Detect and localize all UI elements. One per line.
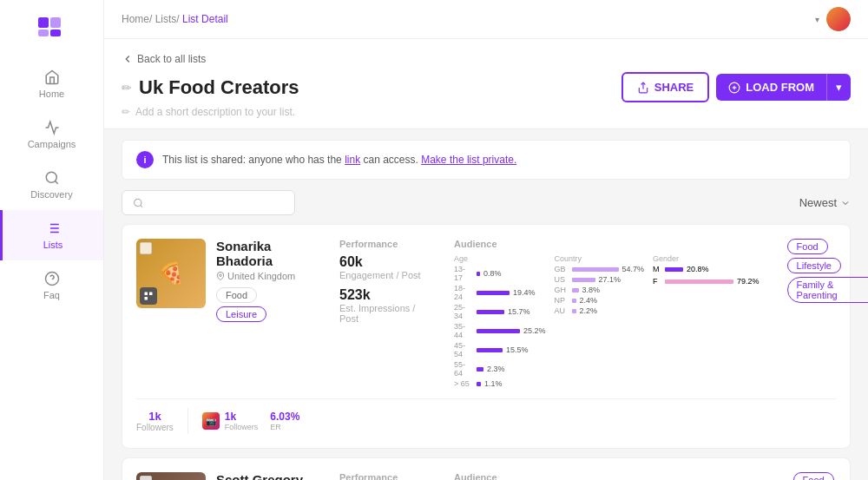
list-title: Uk Food Creators <box>139 76 299 99</box>
audience-age-row: 35-4425.2% <box>454 322 546 339</box>
sidebar-item-discovery-label: Discovery <box>30 189 72 200</box>
stats-row: 1k Followers 📷 1k Followers 6.03% ER <box>136 398 836 434</box>
sidebar-item-faq[interactable]: Faq <box>0 260 103 311</box>
audience-gender: Gender M 20.8% F 79.2% <box>653 254 760 390</box>
load-from-button[interactable]: LOAD FROM <box>716 74 826 101</box>
profile-chevron-icon[interactable]: ▾ <box>815 15 819 24</box>
creator-extra-tag: Leisure <box>216 306 266 322</box>
sidebar-item-lists-label: Lists <box>43 240 63 250</box>
sidebar-item-campaigns[interactable]: Campaigns <box>0 109 103 160</box>
sort-select[interactable]: Newest <box>799 196 851 209</box>
list-header: Back to all lists ✏ Uk Food Creators SHA… <box>104 39 868 129</box>
sidebar-item-home[interactable]: Home <box>0 59 103 109</box>
svg-line-19 <box>141 205 142 207</box>
creator-info: Scott Gregory Thomas United Kingdom Food <box>216 472 312 480</box>
creator-name: Sonarika Bhadoria <box>216 239 312 268</box>
creator-checkbox[interactable] <box>140 476 152 480</box>
content-area: Back to all lists ✏ Uk Food Creators SHA… <box>104 39 868 480</box>
back-link-label: Back to all lists <box>137 53 206 65</box>
instagram-icon: 📷 <box>202 412 220 430</box>
categories-section: Food Lifestyle Family & Parenting <box>787 239 868 303</box>
sidebar: Home Campaigns Discovery Lists Faq <box>0 0 104 480</box>
audience-age-row: 25-3415.7% <box>454 303 546 320</box>
audience-age-row: > 651.1% <box>454 379 546 388</box>
sidebar-item-home-label: Home <box>39 89 64 99</box>
creator-avatar: 🍕 <box>136 239 206 308</box>
audience-countries: Country GB54.7% US27.1% GH3.8% NP2.4% AU… <box>555 254 645 390</box>
logo <box>36 10 68 42</box>
creator-tag: Food <box>216 287 257 303</box>
creator-card: 👨 Scott Gregory Thomas United Kingdom Fo… <box>122 457 851 480</box>
search-input[interactable] <box>149 196 284 209</box>
category-tag: Food <box>793 472 834 480</box>
svg-rect-3 <box>50 30 61 36</box>
load-from-chevron-button[interactable]: ▾ <box>826 74 851 101</box>
sidebar-item-lists[interactable]: Lists <box>0 210 103 260</box>
audience-age-row: 45-5415.5% <box>454 341 546 358</box>
categories-section: Food Cookery Lifestyle <box>793 472 868 480</box>
svg-line-5 <box>55 181 57 183</box>
audience-country-row: GH3.8% <box>555 286 645 294</box>
share-button-label: SHARE <box>654 81 694 94</box>
sidebar-item-faq-label: Faq <box>43 290 60 300</box>
back-to-lists-link[interactable]: Back to all lists <box>122 53 851 65</box>
audience-section: Audience 13-172.1% 18-2428.4% 25-3419.2%… <box>454 472 766 480</box>
list-title-left: ✏ Uk Food Creators <box>122 76 299 99</box>
creator-top: 👨 Scott Gregory Thomas United Kingdom Fo… <box>136 472 836 480</box>
svg-rect-2 <box>38 30 49 36</box>
info-link[interactable]: link <box>345 154 360 166</box>
stat-divider <box>187 408 188 434</box>
creator-location: United Kingdom <box>216 271 312 281</box>
audience-ages: Age 13-170.8% 18-2419.4% 25-3415.7% 35-4… <box>454 254 546 390</box>
sidebar-item-campaigns-label: Campaigns <box>28 139 76 149</box>
sort-chevron-icon <box>840 198 851 208</box>
creator-checkbox[interactable] <box>140 242 152 254</box>
creator-top: 🍕 Sonarika Bhadoria United Kingdom Food … <box>136 239 836 390</box>
search-sort-bar: Newest <box>122 190 851 215</box>
svg-point-18 <box>135 199 141 206</box>
category-tag: Food <box>787 239 828 254</box>
search-icon <box>133 197 144 209</box>
creator-card: 🍕 Sonarika Bhadoria United Kingdom Food … <box>122 224 851 449</box>
creator-avatar: 👨 <box>136 472 206 480</box>
svg-point-23 <box>220 274 222 277</box>
description-placeholder: Add a short description to your list. <box>135 106 295 118</box>
performance-section: Performance 6k Engagement / Post 49.4k E… <box>339 472 426 480</box>
share-button[interactable]: SHARE <box>621 72 710 102</box>
svg-rect-22 <box>145 297 148 300</box>
audience-country-row: AU2.2% <box>555 306 645 315</box>
creator-name: Scott Gregory Thomas <box>216 472 312 480</box>
breadcrumb: Home/ Lists/ List Detail <box>122 13 228 25</box>
total-followers-stat: 1k Followers <box>136 410 174 432</box>
breadcrumb-lists[interactable]: Lists/ <box>155 13 182 25</box>
audience-section: Audience Age 13-170.8% 18-2419.4% 25-341… <box>454 239 760 390</box>
topbar: Home/ Lists/ List Detail ▾ <box>104 0 868 39</box>
svg-rect-0 <box>38 17 49 28</box>
main-content: Home/ Lists/ List Detail ▾ Back to all l… <box>104 0 868 480</box>
avatar[interactable] <box>826 7 851 31</box>
creator-info: Sonarika Bhadoria United Kingdom Food Le… <box>216 239 312 322</box>
list-actions: SHARE LOAD FROM ▾ <box>621 72 851 102</box>
topbar-right: ▾ <box>815 7 851 31</box>
audience-country-row: GB54.7% <box>555 265 645 273</box>
search-box[interactable] <box>122 190 295 215</box>
categories: Food Cookery Lifestyle <box>793 472 868 480</box>
svg-point-4 <box>46 172 56 182</box>
ig-stat: 📷 1k Followers 6.03% ER <box>202 411 300 431</box>
platform-icon <box>140 287 157 305</box>
category-tag: Family & Parenting <box>787 277 868 303</box>
performance-section: Performance 60k Engagement / Post 523k E… <box>339 239 426 324</box>
info-icon: i <box>136 151 154 168</box>
edit-title-icon[interactable]: ✏ <box>122 81 132 95</box>
info-banner: i This list is shared: anyone who has th… <box>122 140 851 180</box>
load-from-label: LOAD FROM <box>746 81 814 94</box>
make-private-link[interactable]: Make the list private. <box>421 154 516 166</box>
sort-label: Newest <box>799 196 837 209</box>
audience-age-row: 18-2419.4% <box>454 284 546 301</box>
breadcrumb-home[interactable]: Home/ <box>122 13 155 25</box>
info-text: This list is shared: anyone who has the … <box>162 154 516 166</box>
edit-desc-icon[interactable]: ✏ <box>122 106 130 118</box>
categories: Food Lifestyle Family & Parenting <box>787 239 868 303</box>
sidebar-item-discovery[interactable]: Discovery <box>0 160 103 210</box>
audience-country-row: NP2.4% <box>555 296 645 305</box>
